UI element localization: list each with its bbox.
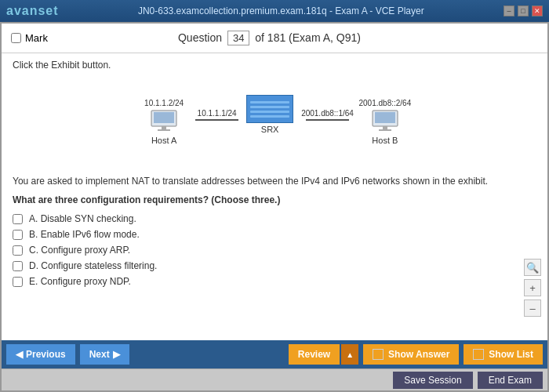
conn-srx-b-ip: 2001.db8::1/64 bbox=[301, 109, 354, 118]
srx-inner bbox=[250, 101, 289, 118]
show-answer-icon bbox=[373, 349, 384, 360]
logo-text1: avan bbox=[6, 4, 38, 17]
window-title: JN0-633.examcollection.premium.exam.181q… bbox=[59, 5, 504, 16]
end-exam-button[interactable]: End Exam bbox=[478, 372, 543, 389]
show-answer-button[interactable]: Show Answer bbox=[363, 344, 459, 365]
option-e-label: E. Configure proxy NDP. bbox=[29, 276, 131, 287]
svg-rect-7 bbox=[383, 126, 387, 129]
options-list: A. Disable SYN checking. B. Enable IPv6 … bbox=[13, 213, 536, 287]
minimize-button[interactable]: – bbox=[504, 5, 514, 16]
option-c-checkbox[interactable] bbox=[13, 245, 23, 256]
window-controls: – □ ✕ bbox=[504, 5, 543, 16]
host-a-ip-top: 10.1.1.2/24 bbox=[144, 99, 184, 107]
next-arrow-icon: ▶ bbox=[113, 349, 120, 360]
search-button[interactable]: 🔍 bbox=[524, 259, 541, 276]
svg-rect-2 bbox=[162, 126, 166, 129]
srx-label: SRX bbox=[261, 125, 279, 134]
titlebar: avanset JN0-633.examcollection.premium.e… bbox=[0, 0, 549, 22]
prev-arrow-icon: ◀ bbox=[16, 349, 23, 360]
question-header: Mark Question 34 of 181 (Exam A, Q91) bbox=[2, 24, 547, 53]
svg-rect-6 bbox=[375, 112, 395, 123]
option-d: D. Configure stateless filtering. bbox=[13, 260, 536, 271]
option-b-checkbox[interactable] bbox=[13, 230, 23, 240]
srx-container: SRX bbox=[238, 95, 301, 134]
option-a-checkbox[interactable] bbox=[13, 214, 23, 224]
content-area: Click the Exhibit button. 10.1.1.2/24 Ho… bbox=[2, 53, 547, 340]
show-list-icon bbox=[473, 349, 484, 360]
host-a-container: 10.1.1.2/24 Host A bbox=[133, 99, 195, 145]
exhibit-instruction: Click the Exhibit button. bbox=[13, 60, 536, 71]
host-b-label: Host B bbox=[372, 136, 398, 145]
option-b-label: B. Enable IPv6 flow mode. bbox=[29, 229, 140, 240]
mark-label: Mark bbox=[25, 32, 48, 44]
svg-rect-1 bbox=[154, 112, 174, 123]
conn-line-right bbox=[306, 119, 349, 121]
mark-checkbox[interactable] bbox=[11, 33, 21, 43]
question-of: of 181 (Exam A, Q91) bbox=[255, 31, 361, 44]
previous-button[interactable]: ◀ Previous bbox=[6, 344, 75, 365]
option-a-label: A. Disable SYN checking. bbox=[29, 213, 136, 224]
question-info: Question 34 of 181 (Exam A, Q91) bbox=[178, 31, 361, 45]
question-number: 34 bbox=[227, 31, 249, 45]
save-session-button[interactable]: Save Session bbox=[393, 372, 472, 389]
svg-rect-8 bbox=[379, 129, 391, 131]
question-label: Question bbox=[178, 31, 222, 44]
option-d-checkbox[interactable] bbox=[13, 261, 23, 271]
next-button[interactable]: Next ▶ bbox=[80, 344, 129, 365]
host-b-icon bbox=[369, 109, 401, 134]
srx-box bbox=[246, 95, 293, 123]
option-e-checkbox[interactable] bbox=[13, 277, 23, 287]
option-a: A. Disable SYN checking. bbox=[13, 213, 536, 224]
review-arrow-button[interactable]: ▲ bbox=[341, 344, 358, 365]
main-window: Mark Question 34 of 181 (Exam A, Q91) Cl… bbox=[0, 22, 549, 392]
option-e: E. Configure proxy NDP. bbox=[13, 276, 536, 287]
bottom-bar: Save Session End Exam bbox=[2, 368, 547, 390]
sidebar-tools: 🔍 + – bbox=[524, 259, 541, 317]
zoom-in-button[interactable]: + bbox=[524, 279, 541, 296]
conn-a-srx: 10.1.1.1/24 bbox=[195, 109, 238, 121]
zoom-out-button[interactable]: – bbox=[524, 299, 541, 317]
show-list-button[interactable]: Show List bbox=[464, 344, 543, 365]
host-b-ip-top: 2001.db8::2/64 bbox=[358, 99, 411, 107]
host-b-container: 2001.db8::2/64 Host B bbox=[354, 99, 416, 145]
maximize-button[interactable]: □ bbox=[518, 5, 529, 16]
conn-a-srx-ip: 10.1.1.1/24 bbox=[198, 109, 237, 118]
conn-srx-b: 2001.db8::1/64 bbox=[301, 109, 354, 121]
mark-section: Mark bbox=[11, 32, 48, 44]
option-d-label: D. Configure stateless filtering. bbox=[29, 260, 157, 271]
conn-line-left bbox=[195, 119, 238, 121]
host-a-icon bbox=[148, 109, 180, 134]
question-text: You are asked to implement NAT to transl… bbox=[13, 174, 536, 188]
option-c-label: C. Configure proxy ARP. bbox=[29, 245, 130, 256]
option-b: B. Enable IPv6 flow mode. bbox=[13, 229, 536, 240]
logo-text2: set bbox=[38, 4, 58, 17]
close-button[interactable]: ✕ bbox=[532, 5, 543, 16]
review-section: Review ▲ bbox=[289, 344, 358, 365]
bottom-nav: ◀ Previous Next ▶ Review ▲ Show Answer S… bbox=[2, 340, 547, 368]
host-a-label: Host A bbox=[151, 136, 176, 145]
review-button[interactable]: Review bbox=[289, 344, 340, 365]
option-c: C. Configure proxy ARP. bbox=[13, 245, 536, 256]
svg-rect-3 bbox=[158, 129, 170, 131]
app-logo: avanset bbox=[6, 4, 59, 18]
network-diagram: 10.1.1.2/24 Host A 10.1.1.1/24 bbox=[13, 78, 536, 165]
question-prompt: What are three configuration requirement… bbox=[13, 194, 536, 205]
